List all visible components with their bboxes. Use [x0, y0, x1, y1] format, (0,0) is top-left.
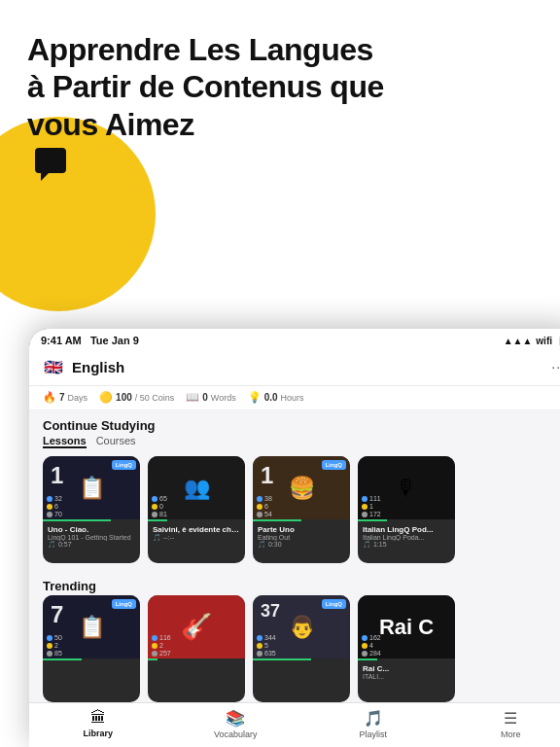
status-time: 9:41 AM Tue Jan 9: [41, 335, 139, 346]
section-tabs: Lessons Courses: [43, 435, 560, 448]
card-thumbnail-4: 🎙 111 1 172: [358, 456, 455, 519]
library-icon: 🏛: [90, 709, 106, 727]
words-stat: 📖 0 Words: [186, 391, 235, 404]
main-content: Continue Studying Lessons Courses 📋 1 Li…: [29, 410, 560, 702]
trending-card-2[interactable]: 🎸 116 2 257: [148, 595, 245, 702]
playlist-icon: 🎵: [364, 709, 383, 728]
wifi-icon: wifi: [536, 336, 552, 346]
lingq-badge-3: LingQ: [322, 460, 346, 470]
lightbulb-icon: 💡: [248, 391, 262, 404]
nav-playlist[interactable]: 🎵 Playlist: [304, 709, 442, 739]
trending-card-1[interactable]: 📋 7 LingQ 50 2 85: [43, 595, 140, 702]
battery-icon: 🔋: [556, 336, 560, 346]
nav-library-label: Library: [83, 729, 113, 738]
trending-thumbnail-3: 👨 37 LingQ 344 5 635: [253, 595, 350, 658]
trending-subtitle-2: [153, 673, 240, 680]
card-salvini[interactable]: 👥 65 0 81 Salvini, è evidente che sia...: [148, 456, 245, 563]
status-icons: ▲▲▲ wifi 🔋: [504, 336, 560, 346]
nav-library[interactable]: 🏛 Library: [29, 709, 167, 739]
card-thumbnail-1: 📋 1 LingQ 32 6 70: [43, 456, 140, 519]
trending-thumbnail-4: Rai C 162 4 284: [358, 595, 455, 658]
card-italian-lingq[interactable]: 🎙 111 1 172 Italian LingQ Pod... Italian…: [358, 456, 455, 563]
language-name: English: [72, 359, 124, 375]
card-title-3: Parte Uno: [258, 525, 345, 534]
streak-stat: 🔥 7 Days: [43, 391, 88, 404]
trending-info-3: [253, 660, 350, 684]
tab-lessons[interactable]: Lessons: [43, 435, 87, 448]
card-number-1: 1: [51, 462, 63, 489]
trending-card-3[interactable]: 👨 37 LingQ 344 5 635: [253, 595, 350, 702]
menu-dots-button[interactable]: ···: [551, 359, 560, 374]
book-icon: 📖: [186, 391, 199, 404]
card-duration-3: 🎵 0:30: [258, 541, 345, 549]
trending-subtitle-1: [48, 673, 135, 680]
yellow-blob-decoration: [0, 117, 156, 311]
lingq-badge-t3: LingQ: [322, 599, 346, 609]
app-screen: 9:41 AM Tue Jan 9 ▲▲▲ wifi 🔋 🇬🇧 English …: [29, 329, 560, 747]
trending-info-1: [43, 660, 140, 684]
trending-thumbnail-2: 🎸 116 2 257: [148, 595, 245, 658]
card-stats-2: 65 0 81: [152, 495, 167, 517]
stats-bar: 🔥 7 Days 🟡 100 / 50 Coins 📖 0 Words 💡 0.…: [29, 386, 560, 410]
trending-stats-3: 344 5 635: [257, 634, 276, 657]
card-parte-uno[interactable]: 🍔 1 LingQ 38 6 54 Parte Uno: [253, 456, 350, 563]
trending-section: Trending 📋 7 LingQ 50 2 85: [29, 571, 560, 702]
trending-number-3: 37: [261, 601, 280, 622]
hero-title: Apprendre Les Langues à Partir de Conten…: [27, 31, 533, 143]
app-header: 🇬🇧 English ···: [29, 350, 560, 386]
section-title-trending: Trending: [43, 579, 560, 593]
card-title-1: Uno - Ciao.: [48, 525, 135, 534]
card-info-2: Salvini, è evidente che sia... 🎵 --:--: [148, 521, 245, 546]
card-stats-1: 32 6 70: [47, 495, 62, 517]
section-title-continue: Continue Studying: [43, 418, 560, 433]
card-duration-2: 🎵 --:--: [153, 534, 240, 542]
continue-studying-section: Continue Studying Lessons Courses 📋 1 Li…: [29, 410, 560, 571]
card-thumbnail-2: 👥 65 0 81: [148, 456, 245, 519]
trending-cards: 📋 7 LingQ 50 2 85: [43, 595, 560, 702]
trending-info-2: [148, 660, 245, 684]
card-info-4: Italian LingQ Pod... Italian LingQ Poda.…: [358, 521, 455, 552]
status-bar: 9:41 AM Tue Jan 9 ▲▲▲ wifi 🔋: [29, 329, 560, 350]
card-subtitle-4: Italian LingQ Poda...: [363, 534, 450, 541]
more-icon: ☰: [504, 709, 517, 728]
card-info-3: Parte Uno Eating Out 🎵 0:30: [253, 521, 350, 552]
card-title-2: Salvini, è evidente che sia...: [153, 525, 240, 534]
hours-stat: 💡 0.0 Hours: [248, 391, 304, 404]
card-uno-ciao[interactable]: 📋 1 LingQ 32 6 70 Uno - Ciao.: [43, 456, 140, 563]
continue-studying-cards: 📋 1 LingQ 32 6 70 Uno - Ciao.: [43, 456, 560, 567]
trending-subtitle-3: [258, 673, 345, 680]
card-duration-1: 🎵 0:57: [48, 541, 135, 549]
trending-title-1: [48, 664, 135, 673]
trending-title-3: [258, 664, 345, 673]
language-flag: 🇬🇧: [43, 356, 64, 377]
trending-thumbnail-1: 📋 7 LingQ 50 2 85: [43, 595, 140, 658]
card-number-3: 1: [261, 462, 273, 489]
trending-subtitle-4: ITALI...: [363, 673, 450, 680]
card-duration-4: 🎵 1:15: [363, 541, 450, 549]
trending-title-2: [153, 664, 240, 673]
nav-playlist-label: Playlist: [359, 729, 387, 739]
trending-stats-4: 162 4 284: [362, 634, 381, 657]
card-stats-3: 38 6 54: [257, 495, 272, 517]
lingq-badge-1: LingQ: [112, 460, 136, 470]
trending-number-1: 7: [51, 601, 63, 628]
nav-more-label: More: [501, 729, 521, 739]
bottom-nav: 🏛 Library 📚 Vocabulary 🎵 Playlist ☰ More: [29, 702, 560, 747]
signal-icon: ▲▲▲: [504, 336, 533, 346]
hero-section: Apprendre Les Langues à Partir de Conten…: [0, 0, 560, 143]
tab-courses[interactable]: Courses: [96, 435, 136, 448]
language-selector[interactable]: 🇬🇧 English: [43, 356, 124, 377]
card-info-1: Uno - Ciao. LingQ 101 - Getting Started …: [43, 521, 140, 552]
trending-title-4: Rai C...: [363, 664, 450, 673]
coin-icon: 🟡: [99, 391, 113, 404]
device-mockup: 9:41 AM Tue Jan 9 ▲▲▲ wifi 🔋 🇬🇧 English …: [29, 329, 560, 747]
card-title-4: Italian LingQ Pod...: [363, 525, 450, 534]
card-stats-4: 111 1 172: [362, 495, 381, 517]
trending-card-4[interactable]: Rai C 162 4 284 Rai C... ITALI...: [358, 595, 455, 702]
vocabulary-icon: 📚: [226, 709, 245, 728]
nav-more[interactable]: ☰ More: [442, 709, 561, 739]
card-subtitle-1: LingQ 101 - Getting Started: [48, 534, 135, 541]
fire-icon: 🔥: [43, 391, 56, 404]
nav-vocabulary[interactable]: 📚 Vocabulary: [167, 709, 305, 739]
chat-pointer-icon: [27, 144, 70, 196]
